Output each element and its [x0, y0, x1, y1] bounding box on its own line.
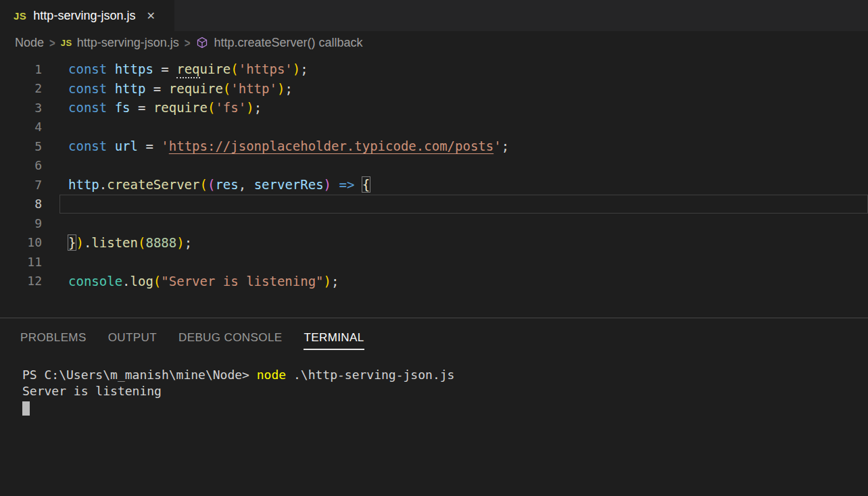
code-area[interactable]: 1const https = require('https');2const h… [0, 54, 868, 318]
code-line-9[interactable]: 9 [0, 214, 868, 233]
terminal-output[interactable]: PS C:\Users\m_manish\mine\Node> node .\h… [0, 367, 868, 416]
terminal-line [22, 399, 868, 416]
breadcrumb-symbol-label: http.createServer() callback [214, 36, 363, 50]
line-number: 12 [0, 274, 42, 288]
code-line-content[interactable]: }).listen(8888); [42, 235, 192, 250]
code-token: url [115, 139, 138, 153]
code-line-7[interactable]: 7http.createServer((res, serverRes) => { [0, 175, 868, 195]
terminal-cursor [22, 401, 30, 416]
code-token: ; [331, 274, 339, 289]
code-token: . [99, 177, 107, 192]
breadcrumb-file-label: http-serving-json.js [77, 36, 179, 50]
panel-tab-debug-console[interactable]: DEBUG CONSOLE [178, 330, 283, 345]
code-token [107, 139, 114, 153]
code-token: 8888 [145, 235, 176, 250]
code-token: https [115, 61, 153, 76]
code-token: req [176, 61, 199, 78]
code-token: const [68, 61, 107, 76]
code-token: node [257, 368, 286, 382]
code-token: Server is listening [22, 384, 162, 398]
code-line-3[interactable]: 3const fs = require('fs'); [0, 98, 868, 118]
panel-tab-terminal[interactable]: TERMINAL [304, 330, 364, 345]
code-token: http [115, 81, 146, 96]
code-line-8[interactable]: 8 [0, 195, 868, 214]
code-line-2[interactable]: 2const http = require('http'); [0, 79, 868, 99]
panel-tab-output[interactable]: OUTPUT [108, 330, 157, 345]
editor-tab-bar: JS http-serving-json.js ✕ [0, 0, 868, 31]
code-token: ( [200, 177, 208, 192]
code-line-11[interactable]: 11 [0, 252, 868, 272]
code-token: 'https' [239, 61, 293, 76]
code-line-content[interactable]: const fs = require('fs'); [42, 100, 262, 115]
code-token: listen [91, 235, 138, 250]
code-token: = [138, 139, 161, 153]
chevron-right-icon: > [185, 35, 191, 49]
code-token: createServer [107, 177, 199, 192]
code-token: ( [138, 235, 145, 250]
line-number: 6 [0, 158, 42, 172]
javascript-file-icon: JS [14, 10, 26, 22]
breadcrumb: Node > JS http-serving-json.js > http.cr… [0, 31, 868, 54]
code-token: PS C:\Users\m_manish\mine\Node> [22, 368, 257, 382]
code-token: { [362, 177, 370, 192]
breadcrumb-item-file[interactable]: JS http-serving-json.js [61, 36, 179, 50]
bottom-panel: PROBLEMSOUTPUTDEBUG CONSOLETERMINAL PS C… [0, 318, 868, 496]
code-token: const [68, 100, 107, 115]
code-line-10[interactable]: 10}).listen(8888); [0, 233, 868, 253]
code-token: , [239, 177, 254, 192]
code-line-content[interactable]: const https = require('https'); [42, 61, 308, 76]
panel-tab-problems[interactable]: PROBLEMS [20, 330, 87, 345]
code-line-1[interactable]: 1const https = require('https'); [0, 59, 868, 79]
code-token: 'http' [231, 81, 277, 96]
code-token: require [153, 100, 208, 115]
close-icon[interactable]: ✕ [146, 9, 155, 22]
code-token: uire [200, 61, 231, 76]
code-token: ( [208, 177, 215, 192]
breadcrumb-folder-label: Node [15, 36, 44, 50]
code-token: => [339, 177, 354, 192]
code-token: ( [153, 274, 161, 289]
line-number: 1 [0, 62, 42, 76]
code-line-content[interactable]: console.log("Server is listening"); [42, 274, 339, 289]
code-token: ) [176, 235, 184, 250]
editor-tab-http-serving-json[interactable]: JS http-serving-json.js ✕ [0, 0, 174, 31]
code-token [354, 177, 362, 192]
line-number: 4 [0, 120, 42, 134]
line-number: 11 [0, 255, 42, 269]
code-token [107, 61, 114, 76]
code-token: . [84, 235, 91, 250]
breadcrumb-item-folder[interactable]: Node [15, 36, 44, 50]
chevron-right-icon: > [49, 35, 55, 49]
code-token: ; [502, 139, 509, 153]
code-token: serverRes [254, 177, 324, 192]
code-token: ( [223, 81, 231, 96]
code-line-content[interactable]: const url = 'https://jsonplaceholder.typ… [42, 139, 509, 153]
terminal-line: PS C:\Users\m_manish\mine\Node> node .\h… [22, 367, 868, 383]
code-token: require [169, 81, 223, 96]
code-token: ) [277, 81, 285, 96]
code-token: ( [231, 61, 238, 76]
terminal-line: Server is listening [22, 383, 868, 399]
code-token: ) [246, 100, 254, 115]
panel-tab-bar: PROBLEMSOUTPUTDEBUG CONSOLETERMINAL [0, 318, 868, 345]
code-token [331, 177, 339, 192]
code-token: res [215, 177, 238, 192]
javascript-file-icon: JS [61, 38, 72, 48]
code-line-content[interactable]: http.createServer((res, serverRes) => { [42, 177, 370, 192]
code-line-4[interactable]: 4 [0, 118, 868, 137]
code-line-12[interactable]: 12console.log("Server is listening"); [0, 272, 868, 291]
code-token: ) [324, 177, 331, 192]
code-token: ; [300, 61, 308, 76]
line-number: 7 [0, 178, 42, 192]
breadcrumb-item-symbol[interactable]: http.createServer() callback [196, 36, 363, 50]
code-token: fs [115, 100, 130, 115]
code-token: ) [293, 61, 300, 76]
code-token [107, 81, 114, 96]
code-token [107, 100, 114, 115]
code-token: console [68, 274, 122, 289]
code-line-6[interactable]: 6 [0, 156, 868, 176]
tab-label: http-serving-json.js [33, 9, 135, 23]
code-line-5[interactable]: 5const url = 'https://jsonplaceholder.ty… [0, 137, 868, 156]
line-number: 10 [0, 235, 42, 249]
code-line-content[interactable]: const http = require('http'); [42, 81, 293, 96]
